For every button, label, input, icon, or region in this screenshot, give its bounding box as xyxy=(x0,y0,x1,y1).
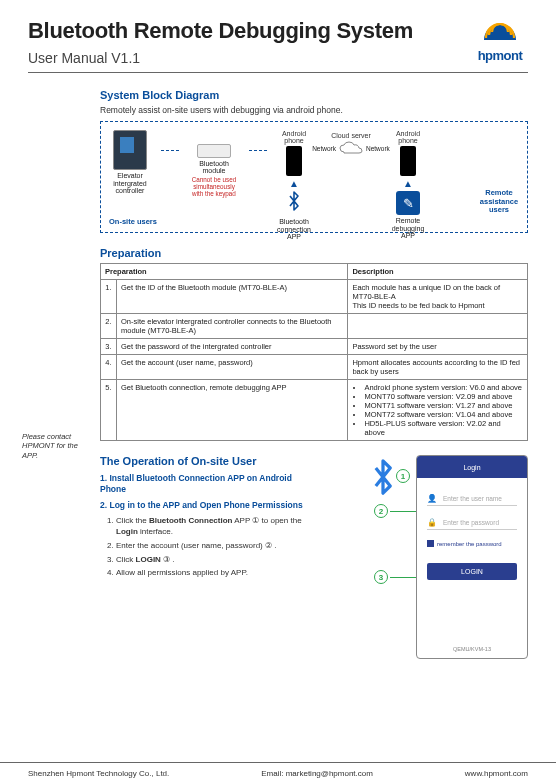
dash-arrow xyxy=(249,150,267,151)
table-row-num: 5. xyxy=(101,380,117,441)
android-label-1: Android phone xyxy=(275,130,313,144)
table-row-desc: Hpmont allocates accounts according to t… xyxy=(348,355,528,380)
table-row-desc: Each module has a unique ID on the back … xyxy=(348,280,528,314)
page-subtitle: User Manual V1.1 xyxy=(28,50,472,66)
remote-users-label: Remote assistance users xyxy=(477,189,521,214)
col-desc: Description xyxy=(348,264,528,280)
password-input[interactable]: 🔒 Enter the password xyxy=(427,516,517,530)
header-rule xyxy=(28,72,528,73)
phone-mockup: Login 👤 Enter the user name 🔒 Enter the … xyxy=(416,455,528,659)
controller-icon xyxy=(113,130,147,170)
section-title-prep: Preparation xyxy=(100,247,528,259)
system-diagram: Elevator intergrated controller On-site … xyxy=(100,121,528,233)
table-row-prep: Get the ID of the Bluetooth module (MT70… xyxy=(117,280,348,314)
list-item: Enter the account (user name, password) … xyxy=(116,540,310,552)
checkbox-icon xyxy=(427,540,434,547)
list-item: Click LOGIN ③ . xyxy=(116,554,310,566)
login-button[interactable]: LOGIN xyxy=(427,563,517,580)
brand-text: hpmont xyxy=(478,48,523,63)
table-row-desc: Password set by the user xyxy=(348,339,528,355)
table-row-desc: Android phone system version: V6.0 and a… xyxy=(348,380,528,441)
preparation-table: Preparation Description 1.Get the ID of … xyxy=(100,263,528,441)
user-icon: 👤 xyxy=(427,494,437,503)
operation-section: The Operation of On-site User 1. Install… xyxy=(100,455,528,579)
table-row-prep: Get Bluetooth connection, remote debuggi… xyxy=(117,380,348,441)
controller-label: Elevator intergrated controller xyxy=(107,172,153,195)
prep-sidenote: Please contact HPMONT for the APP. xyxy=(22,432,90,460)
phone-icon xyxy=(286,146,302,176)
table-row-num: 3. xyxy=(101,339,117,355)
network-label-2: Network xyxy=(366,145,390,152)
bluetooth-icon-large xyxy=(368,459,398,503)
op-step2-title: 2. Log in to the APP and Open Phone Perm… xyxy=(100,500,310,511)
phone-footer: QEMU/KVM-13 xyxy=(417,646,527,652)
callout-3: 3 xyxy=(374,570,388,584)
table-row-desc xyxy=(348,314,528,339)
phone-header: Login xyxy=(417,456,527,478)
op-step1-title: 1. Install Bluetooth Connection APP on A… xyxy=(100,473,310,494)
username-input[interactable]: 👤 Enter the user name xyxy=(427,492,517,506)
footer-company: Shenzhen Hpmont Technology Co., Ltd. xyxy=(28,769,169,778)
onsite-label: On-site users xyxy=(109,217,157,226)
android-label-2: Android phone xyxy=(389,130,427,144)
list-item: Allow all permissions applied by APP. xyxy=(116,567,310,579)
page-title: Bluetooth Remote Debugging System xyxy=(28,18,472,44)
network-label-1: Network xyxy=(312,145,336,152)
bt-module-label: Bluetooth module xyxy=(187,160,241,174)
callout-2: 2 xyxy=(374,504,388,518)
callout-line xyxy=(390,511,416,512)
table-row-num: 2. xyxy=(101,314,117,339)
lock-icon: 🔒 xyxy=(427,518,437,527)
remember-checkbox[interactable]: remember the password xyxy=(427,540,517,547)
bluetooth-icon xyxy=(286,191,302,216)
table-row-prep: Get the password of the intergrated cont… xyxy=(117,339,348,355)
callout-line xyxy=(390,577,416,578)
remote-app-label: Remote debugging APP xyxy=(389,217,427,240)
page-footer: Shenzhen Hpmont Technology Co., Ltd. Ema… xyxy=(0,762,556,784)
dash-arrow xyxy=(161,150,179,151)
cloud-label: Cloud server xyxy=(331,132,371,139)
col-prep: Preparation xyxy=(101,264,348,280)
operation-steps: Click the Bluetooth Connection APP ① to … xyxy=(116,515,310,579)
footer-site: www.hpmont.com xyxy=(465,769,528,778)
phone-icon xyxy=(400,146,416,176)
section-desc-diagram: Remotely assist on-site users with debug… xyxy=(100,105,528,115)
page-header: Bluetooth Remote Debugging System User M… xyxy=(28,18,528,66)
table-row-prep: On-site elevator intergrated controller … xyxy=(117,314,348,339)
table-row-num: 4. xyxy=(101,355,117,380)
table-row-num: 1. xyxy=(101,280,117,314)
bt-warning: Cannot be used simultaneously with the k… xyxy=(187,176,241,198)
cloud-icon xyxy=(338,141,364,155)
brand-logo: hpmont xyxy=(472,20,528,63)
section-title-diagram: System Block Diagram xyxy=(100,89,528,101)
sun-icon xyxy=(480,20,520,46)
table-row-prep: Get the account (user name, password) xyxy=(117,355,348,380)
up-arrow-icon: ▲ xyxy=(289,178,299,189)
bt-module-icon xyxy=(197,144,231,158)
remote-app-icon: ✎ xyxy=(396,191,420,215)
bt-app-label: Bluetooth connection APP xyxy=(275,218,313,241)
callout-1: 1 xyxy=(396,469,410,483)
up-arrow-icon: ▲ xyxy=(403,178,413,189)
footer-email: Email: marketing@hpmont.com xyxy=(261,769,373,778)
list-item: Click the Bluetooth Connection APP ① to … xyxy=(116,515,310,538)
